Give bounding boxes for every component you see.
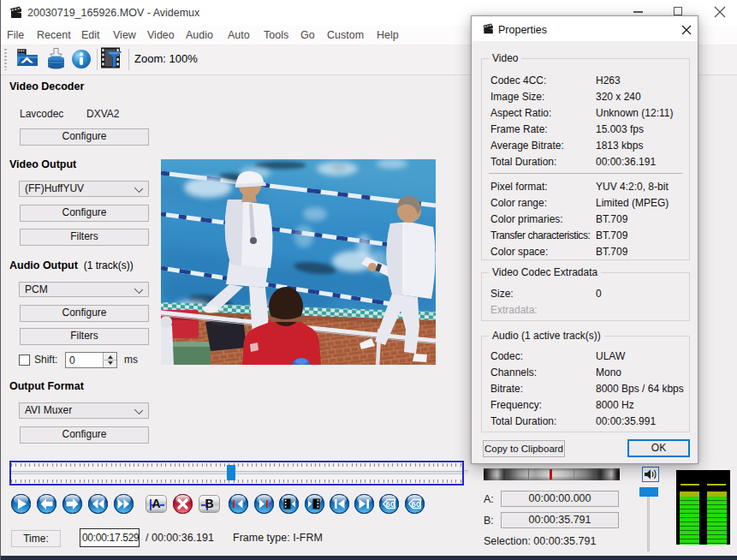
svg-text:I: I bbox=[266, 497, 270, 510]
svg-text:60: 60 bbox=[386, 499, 395, 509]
svg-text:I: I bbox=[233, 497, 236, 510]
svg-text:60: 60 bbox=[412, 499, 421, 509]
